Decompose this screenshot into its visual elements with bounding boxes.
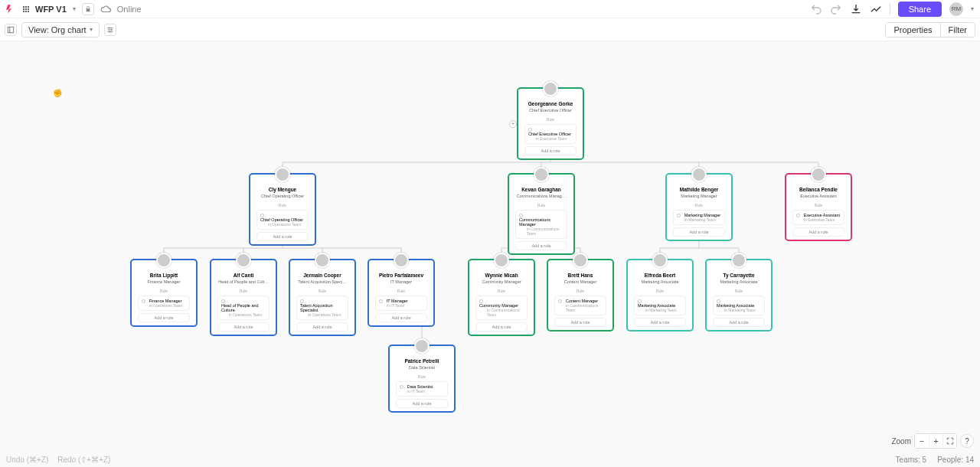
role-team: in Marketing Team (724, 308, 761, 312)
zoom-out-button[interactable]: − (915, 434, 929, 448)
add-role-button[interactable]: Add a role (375, 313, 427, 322)
person-title: Data Scientist (393, 365, 451, 370)
person-card-talent[interactable]: Jermain Cooper Talent Acquisition Speci…… (289, 259, 356, 336)
properties-tab[interactable]: Properties (886, 23, 939, 37)
add-role-button[interactable]: Add a role (524, 146, 577, 155)
add-role-button[interactable]: Add a role (634, 318, 686, 327)
role-pill[interactable]: Data Scientist in IT Team (396, 381, 448, 397)
role-pill[interactable]: Marketing Associate in Marketing Team (634, 296, 686, 315)
download-icon[interactable] (850, 3, 862, 15)
status-bar: Undo (⌘+Z) Redo (⇧+⌘+Z) Teams: 5 People:… (0, 452, 980, 467)
person-title: Communications Manag… (512, 194, 570, 198)
zoom-controls: Zoom − + ? (891, 433, 974, 449)
add-role-button[interactable]: Add a role (256, 232, 309, 241)
lock-button[interactable] (82, 3, 94, 15)
person-card-ceo[interactable]: + Georgeanne Gorke Chief Executive Offic… (517, 87, 584, 160)
avatar (494, 253, 509, 268)
role-pill[interactable]: Head of People and Culture in Operations… (217, 296, 270, 320)
person-card-coo[interactable]: Cly Mengue Chief Operating Officer Role … (249, 173, 316, 246)
add-role-button[interactable]: Add a role (217, 322, 270, 331)
fullscreen-icon (946, 437, 954, 445)
role-checkbox-icon (638, 299, 642, 303)
view-settings-button[interactable] (104, 24, 116, 36)
person-card-mkt-assoc-1[interactable]: Elfreda Beert Marketing Associate Role M… (626, 259, 694, 331)
role-pill[interactable]: Community Manager in Communications Team (475, 296, 528, 320)
user-menu-chevron-icon[interactable]: ▾ (971, 5, 974, 12)
person-card-mkt-assoc-2[interactable]: Ty Carrayette Marketing Associate Role M… (705, 259, 773, 331)
person-card-data-scientist[interactable]: Patrice Petrelli Data Scientist Role Dat… (388, 345, 456, 413)
redo-icon[interactable] (830, 3, 842, 15)
role-pill[interactable]: Executive Assistant in Executive Team (792, 210, 844, 225)
role-pill[interactable]: Marketing Manager in Marketing Team (673, 210, 725, 225)
role-section-label: Role (710, 289, 768, 293)
person-name: Jermain Cooper (293, 273, 351, 278)
role-team: in Communications Team (527, 227, 564, 236)
add-role-button[interactable]: Add a role (713, 318, 765, 327)
role-checkbox-icon (677, 214, 681, 217)
role-pill[interactable]: Talent Acquisition Specialist at Operati… (296, 296, 348, 320)
person-title: Marketing Associate (710, 279, 768, 284)
title-chevron-icon[interactable]: ▾ (73, 5, 76, 12)
add-role-button[interactable]: Add a role (296, 322, 348, 331)
connector-lines (0, 41, 980, 452)
sync-status: Online (117, 5, 142, 14)
role-section-label: Role (253, 203, 312, 207)
add-role-button[interactable]: Add a role (138, 313, 190, 322)
user-avatar[interactable]: RM (949, 2, 963, 16)
toggle-sidebar-button[interactable] (5, 24, 17, 36)
person-card-mkt-mgr[interactable]: Mathilde Benger Marketing Manager Role M… (665, 173, 733, 241)
person-name: Brett Hans (551, 273, 609, 278)
role-checkbox-icon (479, 299, 483, 303)
role-checkbox-icon (796, 214, 800, 217)
help-button[interactable]: ? (960, 434, 974, 448)
person-name: Brita Lippitt (135, 273, 193, 278)
role-checkbox-icon (400, 385, 403, 389)
person-card-community[interactable]: Wynnie Micah Community Manager Role Comm… (468, 259, 535, 336)
role-pill[interactable]: Finance Manager in Operations Team (138, 296, 190, 311)
add-role-button[interactable]: Add a role (475, 322, 528, 331)
role-pill[interactable]: Chief Executive Officer in Executive Tea… (524, 124, 577, 144)
person-card-comm-mgr[interactable]: Kevan Garaghan Communications Manag… Rol… (508, 173, 575, 255)
add-role-button[interactable]: Add a role (792, 227, 844, 237)
role-checkbox-icon (717, 299, 720, 303)
role-name: Talent Acquisition Specialist (300, 303, 345, 312)
undo-icon[interactable] (810, 3, 822, 15)
role-pill[interactable]: Content Manager in Communications Team (554, 296, 606, 315)
role-pill[interactable]: Marketing Associate in Marketing Team (713, 296, 765, 315)
toolbar: View: Org chart ▾ Properties Filter (0, 18, 980, 41)
person-name: Elfreda Beert (631, 273, 689, 278)
add-role-button[interactable]: Add a role (396, 399, 448, 408)
add-sibling-button[interactable]: + (509, 120, 517, 128)
people-count: People: 14 (937, 456, 974, 464)
view-selector[interactable]: View: Org chart ▾ (21, 22, 100, 38)
role-pill[interactable]: IT Manager in IT Team (375, 296, 427, 311)
person-card-content[interactable]: Brett Hans Content Manager Role Content … (547, 259, 614, 331)
apps-menu-icon[interactable] (23, 6, 29, 12)
person-card-it[interactable]: Pietro Farfalameev IT Manager Role IT Ma… (368, 259, 435, 327)
role-pill[interactable]: Communications Manager in Communications… (515, 210, 567, 239)
undo-hint: Undo (⌘+Z) (6, 456, 48, 464)
add-role-button[interactable]: Add a role (554, 318, 606, 327)
role-section-label: Role (372, 289, 430, 293)
org-chart-canvas[interactable]: ✊ (0, 41, 980, 452)
role-pill[interactable]: Chief Operating Officer in Operations Te… (256, 210, 309, 230)
person-card-hr[interactable]: Alf Canti Head of People and Cult… Role … (210, 259, 277, 336)
document-title[interactable]: WFP V1 (35, 5, 67, 14)
add-role-button[interactable]: Add a role (673, 227, 725, 237)
person-name: Mathilde Benger (670, 187, 728, 192)
person-title: Talent Acquisition Speci… (293, 279, 351, 284)
person-title: Content Manager (551, 279, 609, 284)
person-card-finance[interactable]: Brita Lippitt Finance Manager Role Finan… (130, 259, 198, 327)
filter-tab[interactable]: Filter (940, 23, 975, 37)
add-role-button[interactable]: Add a role (515, 241, 567, 250)
avatar (731, 253, 746, 268)
avatar (811, 167, 826, 182)
zoom-in-button[interactable]: + (929, 434, 942, 448)
role-checkbox-icon (379, 299, 383, 303)
role-name: Communications Manager (519, 217, 564, 227)
zoom-fit-button[interactable] (942, 434, 956, 448)
person-card-exec-asst[interactable]: Bellanca Pendle Executive Assistant Role… (785, 173, 852, 241)
share-button[interactable]: Share (898, 2, 942, 17)
present-icon[interactable] (870, 3, 882, 15)
role-section-label: Role (521, 117, 580, 122)
